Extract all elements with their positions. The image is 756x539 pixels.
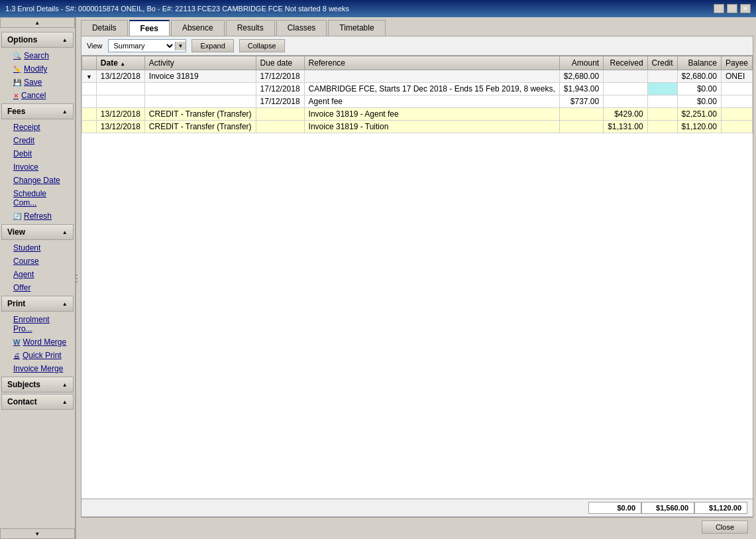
due-date-col-header[interactable]: Due date [256,56,304,70]
row-expand-cell [81,95,96,108]
tab-bar: Details Fees Absence Results Classes Tim… [81,20,753,36]
payee-col-header[interactable]: Payee [721,56,752,70]
credit-col-header[interactable]: Credit [647,56,677,70]
close-button[interactable]: Close [702,520,748,534]
sidebar-item-save[interactable]: 💾 Save [0,76,75,89]
table-row[interactable]: 17/12/2018CAMBRIDGE FCE, Starts 17 Dec 2… [81,83,752,95]
cell-payee [721,95,752,108]
cell-reference: Invoice 31819 - Tuition [304,121,559,133]
sidebar-item-cancel[interactable]: ✕ Cancel [0,89,75,102]
table-row[interactable]: 17/12/2018Agent fee$737.00$0.00 [81,95,752,108]
word-merge-icon: W [13,338,20,346]
view-dropdown-button[interactable]: ▼ [175,42,186,50]
footer-received-total: $0.00 [588,502,641,514]
sidebar-item-modify[interactable]: ✏️ Modify [0,62,75,76]
options-section-header[interactable]: Options ▲ [1,32,74,48]
row-expand-cell [81,83,96,95]
sidebar-item-agent[interactable]: Agent [0,268,75,281]
cell-amount: $2,680.00 [559,70,603,83]
contact-header-label: Contact [7,397,37,406]
activity-col-header[interactable]: Activity [144,56,256,70]
tab-timetable[interactable]: Timetable [328,20,385,36]
sidebar-item-schedule-com[interactable]: Schedule Com... [0,187,75,210]
save-label: Save [24,78,42,87]
cell-due_date: 17/12/2018 [256,70,304,83]
save-icon: 💾 [13,79,21,86]
quick-print-label: Quick Print [23,351,62,360]
cell-payee [721,83,752,95]
footer-credit-total: $1,560.00 [641,502,694,514]
cell-received [604,95,647,108]
options-header-label: Options [7,35,37,44]
sidebar-item-student[interactable]: Student [0,241,75,255]
amount-col-header[interactable]: Amount [559,56,603,70]
sidebar-item-quick-print[interactable]: 🖨 Quick Print [0,349,75,362]
contact-section-header[interactable]: Contact ▲ [1,394,74,410]
print-section-header[interactable]: Print ▲ [1,296,74,312]
minimize-button[interactable]: _ [714,4,724,13]
received-col-header[interactable]: Received [604,56,647,70]
view-collapse-icon: ▲ [62,229,68,235]
cell-amount [559,108,603,121]
cell-activity [144,83,256,95]
sidebar-item-offer[interactable]: Offer [0,281,75,294]
balance-col-header[interactable]: Balance [677,56,721,70]
fees-section-header[interactable]: Fees ▲ [1,103,74,119]
window-controls: _ □ ✕ [714,4,751,13]
table-header: Date ▲ Activity Due date Reference [81,56,752,70]
student-label: Student [13,243,40,253]
collapse-button[interactable]: Collapse [239,39,285,52]
table-row[interactable]: 13/12/2018CREDIT - Transfer (Transfer)In… [81,108,752,121]
sidebar-item-debit[interactable]: Debit [0,147,75,160]
subjects-section-header[interactable]: Subjects ▲ [1,377,74,392]
reference-col-header[interactable]: Reference [304,56,559,70]
cell-credit [647,95,677,108]
sidebar-item-enrolment-pro[interactable]: Enrolment Pro... [0,313,75,335]
sidebar-item-receipt[interactable]: Receipt [0,121,75,134]
tab-results[interactable]: Results [226,20,275,36]
cell-balance: $2,680.00 [677,70,721,83]
tab-classes[interactable]: Classes [276,20,327,36]
table-row[interactable]: 13/12/2018CREDIT - Transfer (Transfer)In… [81,121,752,133]
invoice-label: Invoice [13,162,38,172]
cell-activity: CREDIT - Transfer (Transfer) [144,108,256,121]
date-col-header[interactable]: Date ▲ [96,56,144,70]
table-body: ▼13/12/2018Invoice 3181917/12/2018$2,680… [81,70,752,133]
panel-toolbar: View Summary ▼ Expand Collapse [81,36,753,56]
row-expand-cell [81,108,96,121]
sidebar-item-refresh[interactable]: 🔄 Refresh [0,210,75,223]
sidebar-item-word-merge[interactable]: W Word Merge [0,335,75,349]
sidebar-item-invoice-merge[interactable]: Invoice Merge [0,362,75,375]
sidebar-item-invoice[interactable]: Invoice [0,160,75,174]
tab-fees[interactable]: Fees [129,20,170,36]
cell-received: $429.00 [604,108,647,121]
window-title: 1.3 Enrol Details - S#: 0000015874 ONEIL… [5,5,349,13]
cell-amount: $737.00 [559,95,603,108]
sidebar-item-change-date[interactable]: Change Date [0,174,75,187]
close-window-button[interactable]: ✕ [740,4,751,13]
tab-absence[interactable]: Absence [171,20,225,36]
cell-received [604,70,647,83]
sidebar-item-credit[interactable]: Credit [0,134,75,147]
cell-credit [647,83,677,95]
cell-balance: $0.00 [677,95,721,108]
cell-payee: ONEI [721,70,752,83]
view-select[interactable]: Summary [109,40,175,52]
tab-details[interactable]: Details [81,20,128,36]
view-section-header[interactable]: View ▲ [1,224,74,240]
cell-payee [721,108,752,121]
sidebar-scroll-up[interactable]: ▲ [0,17,75,28]
sidebar-item-search[interactable]: 🔍 Search [0,49,75,62]
table-row[interactable]: ▼13/12/2018Invoice 3181917/12/2018$2,680… [81,70,752,83]
cell-balance: $0.00 [677,83,721,95]
cell-balance: $2,251.00 [677,108,721,121]
row-expand-cell[interactable]: ▼ [81,70,96,83]
footer-balance-total: $1,120.00 [694,502,747,514]
expand-col-header [81,56,96,70]
maximize-button[interactable]: □ [727,4,737,13]
sidebar-item-course[interactable]: Course [0,255,75,268]
sidebar-scroll-down[interactable]: ▼ [0,528,75,539]
invoice-merge-label: Invoice Merge [13,364,63,373]
fees-collapse-icon: ▲ [62,109,68,115]
expand-button[interactable]: Expand [191,39,233,52]
